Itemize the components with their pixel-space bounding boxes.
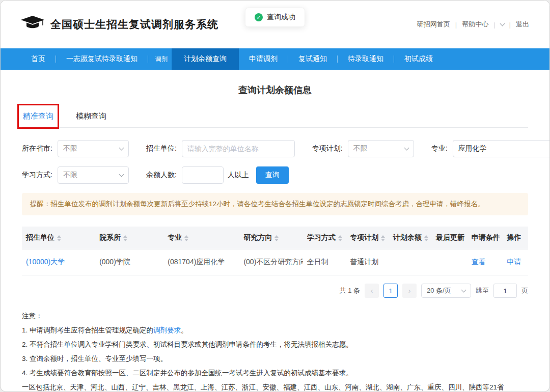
header-links: 研招网首页 | 帮助中心 | | 退出 <box>417 20 529 29</box>
col-major: 专业 <box>163 227 239 249</box>
filter-form: 所在省市: 不限 招生单位: 专项计划: 不限 <box>22 140 528 184</box>
main-content: 查询计划余额信息 精准查询 模糊查询 所在省市: 不限 招生单位: <box>1 84 549 392</box>
sort-icon[interactable] <box>57 235 61 241</box>
sort-icon[interactable] <box>184 235 188 241</box>
form-row-1: 所在省市: 不限 招生单位: 专项计划: 不限 <box>22 140 528 157</box>
quota-label: 余额人数: <box>146 171 177 180</box>
unit-input[interactable] <box>182 140 295 157</box>
quota-input[interactable] <box>182 166 224 184</box>
cell-direction: (00)不区分研究方向 <box>239 249 302 275</box>
link-help-center[interactable]: 帮助中心 <box>462 20 488 29</box>
search-button[interactable]: 查询 <box>256 166 289 184</box>
study-mode-select[interactable]: 不限 <box>58 166 129 184</box>
sort-icon[interactable] <box>123 235 127 241</box>
col-action: 操作 <box>503 227 528 249</box>
nav-retest-notice[interactable]: 复试通知 <box>288 48 337 70</box>
page-1-button[interactable]: 1 <box>383 284 398 298</box>
col-plan-balance: 计划余额 <box>389 227 432 249</box>
app-title: 全国硕士生招生复试调剂服务系统 <box>50 17 218 32</box>
sort-icon[interactable] <box>381 235 385 241</box>
cell-study-mode: 全日制 <box>303 249 346 275</box>
nav-plan-balance-query[interactable]: 计划余额查询 <box>172 48 239 70</box>
sort-icon[interactable] <box>338 235 342 241</box>
cell-plan-balance <box>389 249 432 275</box>
toast-text: 查询成功 <box>267 13 295 22</box>
total-count: 共 1 条 <box>340 286 360 295</box>
nav-first-choice-admission-notice[interactable]: 一志愿复试待录取通知 <box>56 48 148 70</box>
form-row-2: 学习方式: 不限 余额人数: 人以上 查询 <box>22 166 528 184</box>
cell-last-update <box>432 249 468 275</box>
pagination: 共 1 条 ‹ 1 › 20 条/页 跳至 页 <box>22 284 528 298</box>
nav-initial-exam-score[interactable]: 初试成绩 <box>394 48 443 70</box>
brand: 全国硕士生招生复试调剂服务系统 <box>21 15 218 34</box>
chevron-down-icon <box>119 172 124 177</box>
sort-icon[interactable] <box>274 235 279 241</box>
nav-apply-tiaoji[interactable]: 申请调剂 <box>239 48 288 70</box>
notes-section: 注意： 1. 申请调剂考生应符合招生管理规定确定的调剂要求。 2. 不符合招生单… <box>22 311 528 392</box>
page-size-value: 20 条/页 <box>427 286 451 295</box>
table-row: (10000)大学 (000)学院 (081704)应用化学 (00)不区分研究… <box>22 249 528 275</box>
jump-suffix: 页 <box>521 286 528 295</box>
link-yanzhao-home[interactable]: 研招网首页 <box>417 20 450 29</box>
query-tabs: 精准查询 模糊查询 <box>22 106 528 128</box>
unit-link[interactable]: (10000)大学 <box>26 258 65 266</box>
col-study-mode: 学习方式 <box>303 227 346 249</box>
note-line-1: 1. 申请调剂考生应符合招生管理规定确定的调剂要求。 <box>22 325 528 336</box>
chevron-down-icon <box>119 145 124 150</box>
unit-label: 招生单位: <box>146 144 177 153</box>
next-page-button[interactable]: › <box>402 284 417 298</box>
notes-title: 注意： <box>22 311 528 322</box>
col-department: 院系所 <box>95 227 163 249</box>
success-toast: ✓ 查询成功 <box>245 8 305 27</box>
col-apply-condition: 申请条件 <box>468 227 503 249</box>
major-field: 专业: <box>431 140 550 157</box>
special-plan-select-value: 不限 <box>353 144 368 153</box>
view-condition-link[interactable]: 查看 <box>472 258 486 266</box>
page-title: 查询计划余额信息 <box>22 84 528 96</box>
header: 全国硕士生招生复试调剂服务系统 ✓ 查询成功 研招网首页 | 帮助中心 | | … <box>1 1 549 48</box>
jump-label: 跳至 <box>476 286 489 295</box>
major-label: 专业: <box>431 144 448 153</box>
chevron-down-icon <box>461 287 466 292</box>
nav-tiaoji-label[interactable]: 调剂 <box>148 48 172 70</box>
note-line-4: 4. 考生成绩要符合教育部按照一区、二区制定并公布的参加全国统一考试考生进入复试… <box>22 368 528 379</box>
page-size-select[interactable]: 20 条/页 <box>421 284 471 298</box>
divider: | <box>493 21 495 29</box>
note-line-2: 2. 不符合招生单位调入专业学科门类要求、初试科目要求或其他调剂申请条件的考生，… <box>22 340 528 350</box>
tab-precise-query[interactable]: 精准查询 <box>22 106 54 128</box>
graduation-cap-icon <box>21 15 44 34</box>
unit-field: 招生单位: <box>146 140 295 157</box>
special-plan-select[interactable]: 不限 <box>348 140 414 157</box>
quota-field: 余额人数: 人以上 查询 <box>146 166 289 184</box>
tiaoji-requirements-link[interactable]: 调剂要求 <box>153 326 181 334</box>
check-circle-icon: ✓ <box>255 13 263 21</box>
apply-link[interactable]: 申请 <box>507 258 521 266</box>
note-line-5: 一区包括北京、天津、河北、山西、辽宁、吉林、黑龙江、上海、江苏、浙江、安徽、福建… <box>22 382 528 392</box>
major-input[interactable] <box>453 140 550 157</box>
jump-page-input[interactable] <box>493 284 517 298</box>
province-select[interactable]: 不限 <box>58 140 129 157</box>
nav-pending-admission-notice[interactable]: 待录取通知 <box>338 48 394 70</box>
chevron-down-icon[interactable] <box>500 21 505 26</box>
results-table: 招生单位 院系所 专业 研究方向 学习方式 专项计划 计划余额 最后更新 申请条… <box>22 227 528 275</box>
nav-home[interactable]: 首页 <box>21 48 56 70</box>
link-logout[interactable]: 退出 <box>516 20 529 29</box>
study-mode-select-value: 不限 <box>63 171 77 180</box>
quota-suffix: 人以上 <box>228 171 249 180</box>
col-last-update: 最后更新 <box>432 227 468 249</box>
col-special-plan: 专项计划 <box>346 227 389 249</box>
divider: | <box>509 21 511 29</box>
province-field: 所在省市: 不限 <box>22 140 129 157</box>
chevron-down-icon <box>404 145 409 150</box>
tab-precise-label: 精准查询 <box>23 111 53 120</box>
note-line-3: 3. 查询余额时，招生单位、专业至少填写一项。 <box>22 354 528 365</box>
tab-fuzzy-query[interactable]: 模糊查询 <box>75 106 107 127</box>
province-select-value: 不限 <box>63 144 77 153</box>
main-nav: 首页 一志愿复试待录取通知 调剂 计划余额查询 申请调剂 复试通知 待录取通知 … <box>1 48 549 70</box>
sort-icon[interactable] <box>424 235 428 241</box>
table-header-row: 招生单位 院系所 专业 研究方向 学习方式 专项计划 计划余额 最后更新 申请条… <box>22 227 528 249</box>
cell-special-plan: 普通计划 <box>346 249 389 275</box>
cell-major: (081704)应用化学 <box>163 249 239 275</box>
prev-page-button[interactable]: ‹ <box>365 284 379 298</box>
study-mode-label: 学习方式: <box>22 171 52 180</box>
